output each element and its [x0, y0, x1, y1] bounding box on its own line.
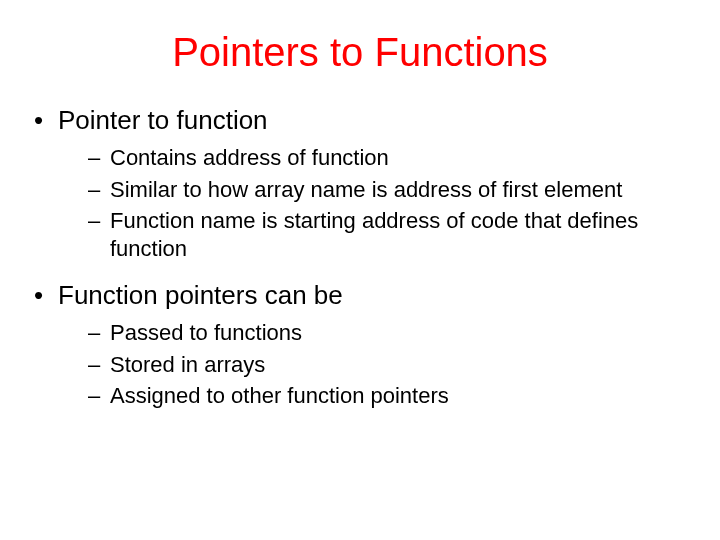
section-heading: Pointer to function	[58, 105, 268, 135]
sub-list: Passed to functions Stored in arrays Ass…	[58, 319, 690, 410]
sub-item: Assigned to other function pointers	[88, 382, 690, 410]
sub-item: Stored in arrays	[88, 351, 690, 379]
section-heading: Function pointers can be	[58, 280, 343, 310]
sub-item: Contains address of function	[88, 144, 690, 172]
slide-title: Pointers to Functions	[30, 30, 690, 75]
sub-list: Contains address of function Similar to …	[58, 144, 690, 262]
list-item: Function pointers can be Passed to funct…	[30, 280, 690, 410]
slide-container: Pointers to Functions Pointer to functio…	[0, 0, 720, 448]
list-item: Pointer to function Contains address of …	[30, 105, 690, 262]
bullet-list: Pointer to function Contains address of …	[30, 105, 690, 410]
sub-item: Passed to functions	[88, 319, 690, 347]
sub-item: Similar to how array name is address of …	[88, 176, 690, 204]
sub-item: Function name is starting address of cod…	[88, 207, 690, 262]
